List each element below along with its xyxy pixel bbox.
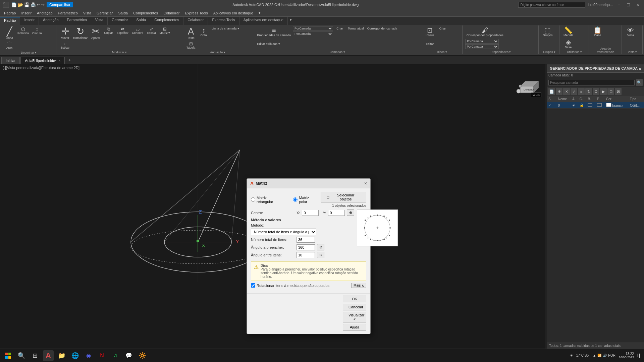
ribbon-btn-espelhar[interactable]: ⇌Espelhar [115, 26, 130, 35]
ribbon-group-label-bloco[interactable]: Bloco ▾ [424, 50, 460, 54]
delete-layer-btn[interactable]: ✕ [563, 88, 570, 95]
clock[interactable]: 13:22 16/03/2023 [619, 352, 634, 359]
chrome-taskbar[interactable]: 🌐 [70, 350, 80, 361]
ribbon-group-label-utilitarios[interactable]: Utilitários ▾ [562, 50, 587, 54]
close-btn[interactable]: × [635, 2, 641, 7]
ribbon-tab-parametrico[interactable]: Paramétrico [63, 17, 91, 25]
ribbon-tab-express[interactable]: Express Tools [208, 17, 239, 25]
ribbon-btn-colar[interactable]: 📋Base [592, 26, 604, 38]
ribbon-btn-base[interactable]: ◈Base [562, 38, 574, 50]
taskview-btn[interactable]: ⊞ [30, 350, 40, 361]
ribbon-tab-colaborar[interactable]: Colaborar [183, 17, 208, 25]
ribbon-tab-extra[interactable]: ▾ [288, 17, 294, 25]
ribbon-tab-anotacao[interactable]: Anotação [39, 17, 63, 25]
radio-polar-label[interactable]: Matriz polar [293, 196, 318, 204]
menu-colaborar[interactable]: Colaborar [161, 10, 182, 16]
menu-more[interactable]: ▾ [256, 10, 263, 16]
ribbon-btn-texto[interactable]: ATexto [185, 26, 197, 40]
layer-icon-3[interactable]: ⊠ [615, 88, 622, 95]
prop-dropdown-2[interactable]: PorCamada [465, 44, 499, 49]
set-current-btn[interactable]: ✓ [571, 88, 577, 95]
ribbon-tab-complementos[interactable]: Complementos [150, 17, 183, 25]
redo-btn[interactable]: ↪ [41, 2, 45, 7]
layer-c[interactable]: 🔓 [578, 102, 587, 109]
select-objects-btn[interactable]: ⊡ Selecionar objetos [321, 192, 366, 202]
search-btn[interactable]: 🔍 [16, 350, 27, 361]
print-btn[interactable]: 🖨️ [31, 2, 36, 7]
ribbon-btn-linha-chamada[interactable]: Linha de chamada ▾ [210, 26, 240, 31]
ribbon-btn-editar-bloco[interactable]: Editar [424, 42, 436, 46]
new-layer-frozen-btn[interactable]: ❄ [556, 88, 562, 95]
prop-dropdown-1[interactable]: PorCamada [465, 39, 499, 44]
col-nome[interactable]: Nome [556, 96, 571, 102]
maximize-btn[interactable]: □ [625, 2, 632, 7]
ajuda-btn[interactable]: Ajuda [343, 324, 366, 330]
ribbon-btn-editar-atrib[interactable]: Editar atributos ▾ [256, 42, 281, 46]
visualizar-btn[interactable]: Visualizar < [343, 312, 366, 322]
menu-complementos[interactable]: Complementos [130, 10, 161, 16]
ribbon-btn-medir[interactable]: 📏Medida [562, 26, 575, 38]
ribbon-btn-grupos[interactable]: ⬚Grupos [541, 26, 554, 38]
autocad-taskbar[interactable]: A [43, 350, 54, 361]
menu-inserir[interactable]: Inserir [18, 10, 34, 16]
layer-p[interactable] [596, 102, 605, 109]
layer-state-btn[interactable]: ≡ [578, 88, 585, 95]
dialog-close-btn[interactable]: × [364, 181, 367, 186]
menu-parametrico[interactable]: Paramétrico [55, 10, 80, 16]
doc-tab-aula5[interactable]: Aula5Hiperboloide* × [20, 57, 65, 64]
ribbon-btn-criar-bloco[interactable]: Criar [437, 26, 449, 31]
menu-express[interactable]: Express Tools [182, 10, 210, 16]
angulo-preencher-input[interactable] [297, 244, 315, 250]
ribbon-tab-aplicativos[interactable]: Aplicativos em destaque [239, 17, 288, 25]
ribbon-btn-matriz[interactable]: ⊞Matriz ▾ [158, 26, 171, 35]
ribbon-btn-mover[interactable]: ✛Mover [59, 26, 71, 40]
ribbon-group-label-anotacao[interactable]: Anotação ▾ [185, 50, 251, 54]
ribbon-btn-linha[interactable]: ╱Linha [3, 26, 15, 40]
x-input[interactable] [302, 210, 319, 216]
layer-b[interactable] [586, 102, 595, 109]
new-btn[interactable]: 📄 [11, 2, 17, 7]
col-tipo[interactable]: Tipo [629, 96, 644, 102]
chevron-up-icon[interactable]: ▲ [593, 354, 596, 357]
cube-navigator[interactable]: DIREITA WCS [512, 68, 542, 98]
doc-tab-add[interactable]: + [65, 56, 73, 64]
ribbon-btn-prop-camada[interactable]: ≡Propriedades de camada [256, 26, 292, 38]
ribbon-group-label-grupos[interactable]: Grupos ▾ [541, 50, 557, 54]
ribbon-group-label-modificar[interactable]: Modificar ▾ [59, 50, 180, 54]
mais-btn[interactable]: Mais ∧ [351, 283, 366, 288]
ribbon-btn-vista[interactable]: 👁Vista [625, 26, 637, 38]
ribbon-btn-escala[interactable]: ⤢Escala [145, 26, 157, 35]
ribbon-btn-polilinha[interactable]: ⬡Polilinha [16, 26, 30, 36]
angulo-preencher-pick[interactable]: ⊕ [317, 244, 324, 250]
ribbon-tab-saida[interactable]: Saída [132, 17, 150, 25]
doc-tab-iniciar[interactable]: Iniciar [1, 57, 20, 64]
metodo-select[interactable]: Número total de itens e ângulo a preench… [251, 229, 316, 235]
doc-tab-close[interactable]: × [59, 59, 61, 63]
col-p[interactable]: P. [596, 96, 605, 102]
camada-dropdown-2[interactable]: PorCamada [293, 32, 333, 36]
rotar-checkbox-label[interactable]: Rotacionar itens à medida que são copiad… [251, 283, 329, 288]
user-menu[interactable]: luis99henriqu... [588, 3, 613, 7]
pick-center-btn[interactable]: ⊕ [347, 209, 354, 216]
col-b[interactable]: B. [586, 96, 595, 102]
messenger-taskbar[interactable]: 💬 [123, 350, 134, 361]
ribbon-btn-concord[interactable]: ◡Concord [130, 26, 145, 35]
search-box[interactable]: Digite palavra-chave ou frase [518, 2, 585, 8]
angulo-entre-pick[interactable]: ⊕ [317, 252, 324, 258]
rotar-checkbox[interactable] [251, 283, 255, 288]
angulo-entre-input[interactable] [297, 252, 315, 258]
new-layer-btn[interactable]: 📄 [548, 88, 555, 95]
total-itens-input[interactable] [297, 237, 315, 243]
ribbon-tab-vista[interactable]: Vista [91, 17, 108, 25]
menu-padrao[interactable]: Padrão [1, 10, 18, 16]
ribbon-group-label-transferencia[interactable]: Área de transferência [592, 46, 620, 54]
ribbon-btn-arco[interactable]: ⌒Arco [3, 41, 15, 50]
ribbon-btn-circulo[interactable]: ○Círculo [31, 26, 43, 36]
radio-retangular-label[interactable]: Matriz retangular [251, 196, 284, 204]
ribbon-btn-copiar[interactable]: ⧉Copiar [103, 26, 115, 35]
keyboard-icon[interactable]: POR [608, 354, 615, 357]
show-desktop-btn[interactable]: ▌ [637, 354, 641, 357]
menu-gerenciar[interactable]: Gerenciar [94, 10, 115, 16]
share-button[interactable]: Compartilhar [47, 2, 73, 7]
ribbon-btn-tabela[interactable]: ⊞Tabela [185, 41, 197, 50]
